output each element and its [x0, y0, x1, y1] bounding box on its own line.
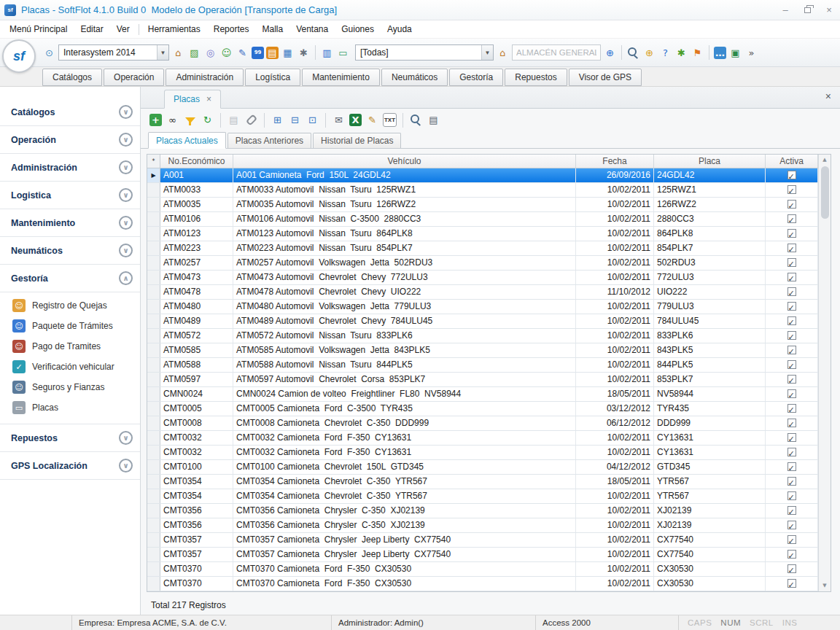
email-icon[interactable]: ✉ — [332, 113, 346, 127]
menu-item-guiones[interactable]: Guiones — [335, 21, 381, 37]
find-icon[interactable]: ∞ — [166, 113, 179, 127]
sidebar-section-administracion[interactable]: Administración∨ — [0, 154, 140, 182]
workspace-close-icon[interactable]: × — [825, 90, 831, 102]
columns-icon[interactable]: ▥ — [320, 46, 334, 60]
sidebar-section-gps-localizacion[interactable]: GPS Localización∨ — [0, 452, 140, 480]
activa-checkbox[interactable] — [788, 302, 796, 311]
activa-checkbox[interactable] — [788, 360, 796, 369]
sidebar-item-registro-de-quejas[interactable]: ☺Registro de Quejas — [0, 295, 140, 316]
activa-checkbox[interactable] — [788, 535, 796, 544]
table-row[interactable]: CMT0354CMT0354 Camioneta Chevrolet C-350… — [147, 475, 818, 489]
vertical-scrollbar[interactable]: ▲ ▼ — [818, 155, 831, 591]
table-row[interactable]: ATM0489ATM0489 Automovil Chevrolet Chevy… — [147, 314, 818, 329]
collapse-tree-icon[interactable]: ⊟ — [288, 113, 302, 127]
sidebar-section-neumaticos[interactable]: Neumáticos∨ — [0, 237, 140, 265]
module-tab-repuestos[interactable]: Repuestos — [505, 69, 567, 86]
settings-gear-icon[interactable]: ✱ — [297, 46, 311, 60]
activa-checkbox[interactable] — [788, 287, 796, 296]
activa-checkbox[interactable] — [788, 331, 796, 340]
history-icon[interactable]: ⊙ — [42, 46, 56, 60]
attach-icon[interactable] — [244, 113, 258, 127]
activa-checkbox[interactable] — [788, 389, 796, 398]
module-tab-neumaticos[interactable]: Neumáticos — [381, 69, 448, 86]
group-tree-icon[interactable]: ⊡ — [306, 113, 319, 127]
globe-icon[interactable]: ⊕ — [603, 46, 617, 60]
module-tab-administracion[interactable]: Administración — [166, 69, 244, 86]
table-row[interactable]: ATM0257ATM0257 Automovil Volkswagen Jett… — [147, 256, 818, 271]
table-row[interactable]: ATM0033ATM0033 Automovil Nissan Tsuru 12… — [147, 183, 818, 198]
expand-tree-icon[interactable]: ⊞ — [271, 113, 284, 127]
home-icon[interactable]: ⌂ — [496, 46, 510, 60]
table-row[interactable]: CMT0356CMT0356 Camioneta Chrysler C-350 … — [147, 504, 818, 518]
table-row[interactable]: CMT0005CMT0005 Camioneta Ford C-3500 TYR… — [147, 402, 818, 416]
activa-checkbox[interactable] — [788, 521, 796, 529]
column-header-no-economico[interactable]: No.Económico — [160, 155, 233, 168]
document-99-icon[interactable]: 99 — [252, 47, 264, 59]
scroll-up-icon[interactable]: ▲ — [819, 155, 831, 166]
users-icon[interactable]: ☺ — [219, 46, 233, 60]
cd-icon[interactable]: ◎ — [203, 46, 217, 60]
restore-button[interactable] — [796, 0, 818, 20]
menu-item-ver[interactable]: Ver — [110, 21, 136, 37]
table-row[interactable]: ATM0572ATM0572 Automovil Nissan Tsuru 83… — [147, 329, 818, 343]
grid-icon[interactable]: ▦ — [281, 46, 295, 60]
print-icon[interactable]: ▤ — [427, 113, 440, 127]
module-tab-operacion[interactable]: Operación — [104, 69, 164, 86]
menu-item-ventana[interactable]: Ventana — [289, 21, 335, 37]
table-row[interactable]: CMT0370CMT0370 Camioneta Ford F-350 CX30… — [147, 562, 818, 577]
table-row[interactable]: ATM0597ATM0597 Automovil Chevrolet Corsa… — [147, 373, 818, 387]
close-button[interactable]: × — [818, 0, 840, 20]
menu-item-reportes[interactable]: Reportes — [207, 21, 256, 37]
filter-icon[interactable] — [183, 113, 197, 127]
activa-checkbox[interactable] — [788, 564, 796, 573]
activa-checkbox[interactable] — [788, 448, 796, 456]
export-excel-icon[interactable]: X — [349, 114, 362, 126]
column-header-vehiculo[interactable]: Vehículo — [233, 155, 576, 168]
image-icon[interactable]: ▨ — [187, 46, 201, 60]
table-row[interactable]: CMT0354CMT0354 Camioneta Chevrolet C-350… — [147, 489, 818, 504]
sidebar-section-catalogos[interactable]: Catálogos∨ — [0, 98, 140, 126]
scroll-down-icon[interactable]: ▼ — [819, 580, 831, 591]
warehouse-field[interactable] — [512, 44, 601, 61]
activa-checkbox[interactable] — [788, 462, 796, 471]
column-header-activa[interactable]: Activa — [766, 155, 818, 168]
module-tab-gestoria[interactable]: Gestoría — [449, 69, 503, 86]
activa-checkbox[interactable] — [788, 244, 796, 252]
add-record-icon[interactable]: + — [149, 114, 162, 126]
module-tab-visor-de-gps[interactable]: Visor de GPS — [569, 69, 642, 86]
activa-checkbox[interactable] — [788, 375, 796, 384]
sidebar-section-logistica[interactable]: Logistica∨ — [0, 182, 140, 209]
minimize-button[interactable]: – — [774, 0, 796, 20]
activa-checkbox[interactable] — [788, 346, 796, 354]
activa-checkbox[interactable] — [788, 273, 796, 281]
activa-checkbox[interactable] — [788, 229, 796, 238]
table-row[interactable]: CMN0024CMN0024 Camion de volteo Freightl… — [147, 387, 818, 402]
sidebar-item-seguros-y-fianzas[interactable]: ☺Seguros y Fianzas — [0, 377, 140, 397]
sidebar-section-repuestos[interactable]: Repuestos∨ — [0, 424, 140, 452]
table-row[interactable]: ATM0478ATM0478 Automovil Chevrolet Chevy… — [147, 285, 818, 300]
table-row[interactable]: ATM0223ATM0223 Automovil Nissan Tsuru 85… — [147, 241, 818, 256]
edit-document-icon[interactable]: ✎ — [236, 46, 249, 60]
activa-checkbox[interactable] — [788, 419, 796, 427]
activa-checkbox[interactable] — [788, 579, 796, 588]
table-row[interactable]: ATM0473ATM0473 Automovil Chevrolet Chevy… — [147, 271, 818, 285]
activa-checkbox[interactable] — [788, 550, 796, 559]
module-tab-logistica[interactable]: Logística — [245, 69, 300, 86]
subtab-placas-actuales[interactable]: Placas Actuales — [148, 132, 226, 149]
table-row[interactable]: ▶A001A001 Camioneta Ford 150L 24GDL4226/… — [147, 168, 818, 183]
activa-checkbox[interactable] — [788, 214, 796, 223]
sidebar-item-pago-de-tramites[interactable]: ☺Pago de Tramites — [0, 336, 140, 357]
scrollbar-thumb[interactable] — [821, 166, 829, 219]
column-header-fecha[interactable]: Fecha — [576, 155, 654, 168]
sidebar-section-mantenimiento[interactable]: Mantenimiento∨ — [0, 209, 140, 237]
menu-item-malla[interactable]: Malla — [255, 21, 289, 37]
table-row[interactable]: CMT0356CMT0356 Camioneta Chrysler C-350 … — [147, 518, 818, 533]
chat-icon[interactable]: … — [714, 47, 726, 59]
preview-icon[interactable] — [409, 113, 423, 127]
sidebar-section-gestoria[interactable]: Gestoría∧ — [0, 265, 140, 292]
table-row[interactable]: CMT0357CMT0357 Camioneta Chrysler Jeep L… — [147, 548, 818, 562]
table-row[interactable]: CMT0370CMT0370 Camioneta Ford F-350 CX30… — [147, 577, 818, 591]
activa-checkbox[interactable] — [788, 316, 796, 325]
sidebar-section-operacion[interactable]: Operación∨ — [0, 126, 140, 154]
edit-tags-icon[interactable]: ✎ — [365, 113, 379, 127]
